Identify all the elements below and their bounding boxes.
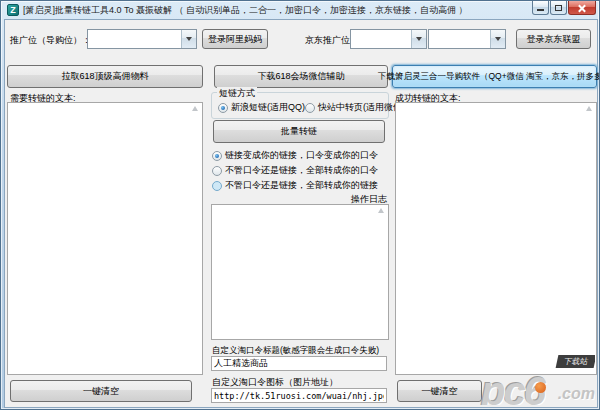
client-area: 推广位（导购位）： 登录阿里妈妈 京东推广位： 登录京东联盟 拉取618顶级高佣… <box>4 19 598 408</box>
chevron-down-icon[interactable] <box>411 30 426 48</box>
operation-log-box <box>211 204 389 340</box>
chevron-down-icon[interactable] <box>490 30 505 48</box>
scroll-up-icon[interactable] <box>378 208 384 213</box>
custom-title-input[interactable] <box>211 356 387 371</box>
titlebar: Z [箫启灵]批量转链工具4.0 To 聂振破解 （ 自动识别单品，二合一，加密… <box>1 1 599 19</box>
promo-position-select[interactable] <box>87 29 197 49</box>
result-textarea[interactable] <box>396 103 596 374</box>
close-icon <box>578 4 586 12</box>
radio-sina-shortlink[interactable]: 新浪短链(适用QQ) <box>218 101 305 114</box>
custom-icon-url-input[interactable] <box>211 388 387 403</box>
scroll-up-icon[interactable] <box>586 106 592 111</box>
source-textarea[interactable] <box>8 103 202 374</box>
promo-position-label: 推广位（导购位）： <box>10 34 91 47</box>
login-alimama-button[interactable]: 登录阿里妈妈 <box>202 29 268 49</box>
operation-log-textarea[interactable] <box>212 205 388 339</box>
jd-position-select-1[interactable] <box>350 29 427 49</box>
watermark-badge: 下载站 <box>556 355 595 368</box>
batch-convert-button[interactable]: 批量转链 <box>213 120 385 143</box>
close-button[interactable] <box>568 1 596 15</box>
jd-position-select-2[interactable] <box>428 29 506 49</box>
watermark-dot-icon <box>535 382 546 393</box>
app-icon: Z <box>7 4 19 16</box>
result-textarea-box <box>395 102 597 375</box>
pc6-watermark: 下载站 pc6 .com <box>479 355 595 405</box>
minimize-button[interactable] <box>532 1 549 15</box>
shortlink-mode-group: 短链方式 新浪短链(适用QQ) 快站中转页(适用微信) <box>211 92 389 119</box>
download-3in1-button[interactable]: 下载箫启灵三合一导购软件（QQ+微信 淘宝，京东，拼多多） <box>392 65 597 88</box>
window-title: [箫启灵]批量转链工具4.0 To 聂振破解 （ 自动识别单品，二合一，加密口令… <box>23 4 463 17</box>
watermark-com-text: .com <box>558 385 595 403</box>
radio-icon <box>212 166 222 176</box>
source-textarea-box <box>7 102 203 375</box>
radio-icon <box>305 103 315 113</box>
radio-icon <box>212 151 222 161</box>
mode-radio-link-to-link[interactable]: 链接变成你的链接，口令变成你的口令 <box>212 149 378 162</box>
radio-icon <box>218 103 228 113</box>
mode-radio-all-to-password[interactable]: 不管口令还是链接，全部转成你的口令 <box>212 164 378 177</box>
scroll-up-icon[interactable] <box>192 106 198 111</box>
maximize-icon <box>555 5 562 11</box>
clear-result-button[interactable]: 一键清空 <box>397 380 482 402</box>
mode-radio-all-to-link[interactable]: 不管口令还是链接，全部转成你的链接 <box>212 179 378 192</box>
download-618-helper-button[interactable]: 下载618会场微信辅助 <box>214 65 388 88</box>
minimize-icon <box>537 9 544 11</box>
login-jd-button[interactable]: 登录京东联盟 <box>516 29 591 49</box>
radio-icon <box>212 181 222 191</box>
maximize-button[interactable] <box>550 1 567 15</box>
radio-kuaizhan-page[interactable]: 快站中转页(适用微信) <box>305 101 405 114</box>
pull-618-materials-button[interactable]: 拉取618顶级高佣物料 <box>7 65 203 88</box>
shortlink-mode-title: 短链方式 <box>217 87 257 100</box>
app-window: Z [箫启灵]批量转链工具4.0 To 聂振破解 （ 自动识别单品，二合一，加密… <box>0 0 600 410</box>
chevron-down-icon[interactable] <box>181 30 196 48</box>
clear-source-button[interactable]: 一键清空 <box>10 380 192 402</box>
